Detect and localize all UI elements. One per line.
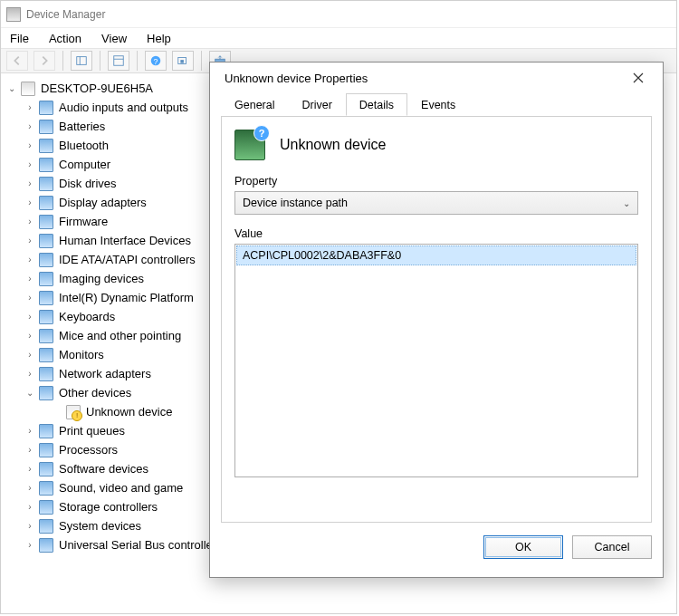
toolbar-separator: [201, 51, 202, 71]
properties-button[interactable]: [108, 51, 129, 71]
category-label: Other devices: [59, 386, 131, 399]
value-listbox[interactable]: ACPI\CPL0002\2&DABA3FF&0: [234, 244, 638, 477]
chevron-right-icon[interactable]: ›: [24, 274, 35, 284]
category-icon: [39, 386, 53, 400]
category-icon: [39, 538, 53, 553]
category-icon: [39, 348, 53, 362]
chevron-right-icon[interactable]: ›: [24, 197, 35, 208]
chevron-right-icon[interactable]: ›: [24, 521, 35, 532]
dialog-body: General Driver Details Events Unknown de…: [210, 93, 663, 523]
category-icon: [39, 519, 53, 534]
category-icon: [39, 139, 53, 153]
app-icon: [6, 7, 21, 22]
dialog-titlebar[interactable]: Unknown device Properties: [210, 63, 663, 93]
value-label: Value: [234, 227, 638, 240]
close-button[interactable]: [625, 67, 652, 89]
category-label: Batteries: [59, 120, 105, 133]
chevron-right-icon[interactable]: ›: [24, 102, 35, 113]
category-label: System devices: [59, 519, 141, 533]
chevron-right-icon[interactable]: ›: [24, 483, 35, 494]
menu-file[interactable]: File: [10, 32, 29, 45]
category-icon: [39, 367, 53, 381]
category-label: Firmware: [59, 215, 108, 228]
category-label: Storage controllers: [59, 500, 158, 514]
chevron-right-icon[interactable]: ›: [24, 426, 35, 437]
chevron-down-icon[interactable]: ⌄: [24, 388, 35, 399]
category-label: Universal Serial Bus controllers: [59, 538, 223, 552]
close-icon: [633, 72, 644, 83]
dialog-button-row: OK Cancel: [210, 523, 663, 572]
tab-general[interactable]: General: [221, 93, 288, 116]
chevron-right-icon[interactable]: ›: [24, 178, 35, 189]
chevron-right-icon[interactable]: ›: [24, 312, 35, 322]
svg-rect-2: [114, 56, 124, 66]
category-icon: [39, 462, 53, 476]
window-title: Device Manager: [26, 8, 105, 21]
menu-action[interactable]: Action: [49, 32, 81, 45]
chevron-right-icon[interactable]: ›: [24, 445, 35, 456]
tab-panel-details: Unknown device Property Device instance …: [221, 117, 652, 523]
category-icon: [39, 120, 53, 134]
chevron-right-icon[interactable]: ›: [24, 502, 35, 513]
device-icon: [234, 130, 265, 160]
ok-button[interactable]: OK: [483, 535, 563, 559]
svg-rect-0: [77, 57, 87, 65]
chevron-right-icon[interactable]: ›: [24, 331, 35, 342]
chevron-right-icon[interactable]: ›: [24, 540, 35, 551]
category-label: Network adapters: [59, 367, 151, 380]
svg-text:?: ?: [154, 57, 158, 66]
chevron-right-icon[interactable]: ›: [24, 217, 35, 227]
properties-dialog: Unknown device Properties General Driver…: [209, 62, 664, 578]
category-icon: [39, 196, 53, 210]
tab-details[interactable]: Details: [346, 93, 407, 116]
toolbar-separator: [62, 51, 63, 71]
category-label: Human Interface Devices: [59, 234, 191, 247]
category-label: Bluetooth: [59, 139, 109, 152]
warning-device-icon: [66, 405, 81, 419]
category-label: Keyboards: [59, 310, 115, 323]
titlebar: Device Manager: [1, 1, 676, 28]
cancel-button[interactable]: Cancel: [572, 535, 652, 559]
chevron-down-icon[interactable]: ⌄: [6, 83, 17, 94]
tab-driver[interactable]: Driver: [288, 93, 345, 116]
toolbar-separator: [100, 51, 100, 71]
category-icon: [39, 329, 53, 343]
category-icon: [39, 272, 53, 286]
chevron-down-icon: ⌄: [623, 198, 630, 208]
tab-strip: General Driver Details Events: [221, 93, 652, 117]
chevron-right-icon[interactable]: ›: [24, 255, 35, 265]
device-label: Unknown device: [86, 405, 172, 419]
category-icon: [39, 443, 53, 457]
svg-rect-7: [180, 60, 184, 63]
scan-hardware-button[interactable]: [172, 51, 194, 71]
chevron-right-icon[interactable]: ›: [24, 350, 35, 361]
property-dropdown[interactable]: Device instance path ⌄: [234, 191, 638, 215]
toolbar-separator: [137, 51, 138, 71]
chevron-right-icon[interactable]: ›: [24, 236, 35, 246]
chevron-right-icon[interactable]: ›: [24, 121, 35, 132]
value-item[interactable]: ACPI\CPL0002\2&DABA3FF&0: [236, 245, 636, 265]
chevron-right-icon[interactable]: ›: [24, 159, 35, 170]
help-button[interactable]: ?: [145, 51, 167, 71]
category-label: Intel(R) Dynamic Platform: [59, 291, 194, 304]
category-label: Display adapters: [59, 196, 147, 209]
chevron-right-icon[interactable]: ›: [24, 140, 35, 151]
category-label: Monitors: [59, 348, 104, 361]
category-icon: [39, 500, 53, 515]
menu-help[interactable]: Help: [147, 32, 171, 45]
chevron-right-icon[interactable]: ›: [24, 369, 35, 380]
category-icon: [39, 177, 53, 191]
property-label: Property: [234, 175, 638, 188]
category-icon: [39, 215, 53, 229]
category-icon: [39, 481, 53, 496]
device-header: Unknown device: [234, 130, 638, 160]
category-icon: [39, 310, 53, 324]
category-icon: [39, 101, 53, 115]
show-hide-tree-button[interactable]: [71, 51, 92, 71]
category-label: Audio inputs and outputs: [59, 101, 188, 114]
category-label: Print queues: [59, 424, 125, 438]
chevron-right-icon[interactable]: ›: [24, 293, 35, 303]
menu-view[interactable]: View: [101, 32, 127, 45]
tab-events[interactable]: Events: [407, 93, 469, 116]
chevron-right-icon[interactable]: ›: [24, 464, 35, 475]
